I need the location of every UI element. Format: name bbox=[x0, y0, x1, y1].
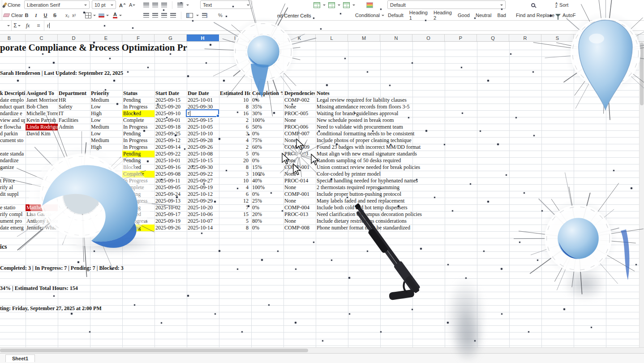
status-cell[interactable]: Pending bbox=[122, 204, 155, 211]
subscript-icon[interactable] bbox=[65, 13, 69, 18]
due-date-cell[interactable]: 2025-10-05 bbox=[188, 124, 218, 130]
autofilter-button[interactable]: AutoF bbox=[555, 11, 575, 20]
notes-cell[interactable]: Many labels faded and need replacement bbox=[317, 198, 404, 204]
notes-cell[interactable]: Missing attendance records from floors 3… bbox=[317, 104, 410, 110]
notes-cell[interactable]: 2 thermostats required reprogramming bbox=[317, 184, 399, 191]
hours-cell[interactable]: 6 bbox=[219, 124, 249, 130]
start-date-cell[interactable]: 2025-09-11 bbox=[155, 177, 186, 184]
cell-style-heading2[interactable]: Heading 2 bbox=[434, 10, 452, 21]
dependency-cell[interactable]: COMP-002 bbox=[284, 97, 315, 104]
status-cell[interactable]: Blocked bbox=[122, 211, 155, 218]
dependency-cell[interactable]: COMP-001 bbox=[284, 191, 315, 198]
notes-cell[interactable]: Random sampling of 50 desks required bbox=[317, 157, 401, 164]
notes-cell[interactable]: Include photos of proper cleaning techni… bbox=[317, 137, 412, 144]
due-date-cell[interactable]: 2025-10-06 bbox=[188, 211, 218, 218]
sheet-tab[interactable]: Sheet1 bbox=[5, 354, 35, 362]
start-date-cell[interactable]: 2025-09-13 bbox=[155, 198, 186, 204]
notes-cell[interactable]: Conditional formatting needs to be consi… bbox=[317, 130, 414, 137]
table-header[interactable]: Priority bbox=[91, 90, 121, 97]
assignee-cell[interactable]: Janet Morrison bbox=[26, 97, 58, 104]
cell-style-neutral[interactable]: Neutral bbox=[476, 13, 491, 18]
task-cell[interactable]: ndardize e bbox=[0, 110, 25, 117]
sort-button[interactable]: AZ Sort bbox=[555, 0, 568, 9]
bold-button[interactable]: B bbox=[23, 13, 30, 18]
hours-cell[interactable]: 8 bbox=[219, 164, 249, 171]
notes-cell[interactable]: Need to validate with procurement team bbox=[317, 124, 403, 130]
column-header-P[interactable]: P bbox=[445, 35, 477, 42]
cell-style-default[interactable]: Default bbox=[388, 13, 404, 18]
due-date-cell[interactable]: 2025-10-14 bbox=[188, 225, 218, 231]
due-date-cell[interactable]: 2025-09-29 bbox=[188, 198, 218, 204]
due-date-cell[interactable]: 2025-10-07 bbox=[188, 218, 218, 225]
priority-cell[interactable]: Low bbox=[91, 117, 121, 124]
task-cell[interactable]: rify compl bbox=[0, 211, 25, 218]
decrease-font-size-icon[interactable] bbox=[129, 2, 135, 8]
cell-style-heading1[interactable]: Heading 1 bbox=[409, 10, 428, 21]
column-header-T[interactable]: T bbox=[574, 35, 606, 42]
text-orientation-icon[interactable] bbox=[177, 3, 183, 8]
active-cell-editor[interactable]: r bbox=[186, 109, 219, 117]
column-header-O[interactable]: O bbox=[412, 35, 445, 42]
notes-cell[interactable]: Must align with new email signature stan… bbox=[317, 151, 417, 157]
due-date-cell[interactable]: 2025-09-26 bbox=[188, 144, 218, 151]
column-header-V[interactable]: V bbox=[638, 35, 644, 42]
column-header-F[interactable]: F bbox=[122, 35, 155, 42]
hours-cell[interactable]: 2 bbox=[219, 144, 249, 151]
completion-cell[interactable]: 0% bbox=[252, 225, 283, 231]
start-date-cell[interactable]: 2025-09-18 bbox=[155, 124, 186, 130]
search-icon[interactable] bbox=[531, 3, 535, 7]
dependency-cell[interactable]: None bbox=[284, 171, 315, 177]
column-header-I[interactable]: I bbox=[219, 35, 251, 42]
department-cell[interactable]: Facilities bbox=[59, 117, 89, 124]
task-cell[interactable]: view and up bbox=[0, 117, 25, 124]
task-cell[interactable]: d parkin bbox=[0, 130, 25, 137]
dependency-cell[interactable]: PROC-013 bbox=[284, 211, 315, 218]
notes-cell[interactable]: Waiting for brand guidelines approval bbox=[317, 110, 398, 117]
notes-cell[interactable]: Legal review required for liability clau… bbox=[317, 97, 407, 104]
start-date-cell[interactable]: 2025-09-22 bbox=[155, 151, 186, 157]
completion-cell[interactable]: 30% bbox=[252, 110, 283, 117]
priority-cell[interactable]: Medium bbox=[91, 124, 121, 130]
completion-cell[interactable]: 0% bbox=[252, 191, 283, 198]
align-middle-icon[interactable] bbox=[152, 3, 158, 8]
dependency-cell[interactable]: None bbox=[284, 184, 315, 191]
column-header-M[interactable]: M bbox=[348, 35, 380, 42]
formula-input[interactable]: r bbox=[44, 21, 644, 30]
font-color-icon[interactable] bbox=[113, 12, 117, 18]
status-cell[interactable]: Pending bbox=[122, 130, 155, 137]
start-date-cell[interactable]: 2025-09-20 bbox=[155, 104, 186, 110]
notes-cell[interactable]: New schedule posted in break room bbox=[317, 117, 394, 124]
department-cell[interactable]: IT bbox=[59, 110, 89, 117]
strikethrough-button[interactable]: S bbox=[52, 13, 58, 18]
dependency-cell[interactable]: PROC-014 bbox=[284, 177, 315, 184]
cell-style-good[interactable]: Good bbox=[458, 13, 470, 18]
status-cell[interactable]: Pending bbox=[122, 151, 155, 157]
column-header-C[interactable]: C bbox=[26, 35, 58, 42]
task-cell[interactable]: eate standa bbox=[0, 151, 25, 157]
dependency-cell[interactable]: None bbox=[284, 104, 315, 110]
delete-cells-icon[interactable] bbox=[328, 2, 335, 8]
due-date-cell[interactable]: 2025-10-15 bbox=[188, 157, 218, 164]
conditional-formatting-icon[interactable] bbox=[366, 2, 373, 8]
task-cell[interactable]: ument pro bbox=[0, 218, 25, 225]
notes-cell[interactable]: Include both cold and hot temp dispenser… bbox=[317, 204, 408, 211]
column-header-L[interactable]: L bbox=[316, 35, 348, 42]
priority-cell[interactable]: Medium bbox=[91, 137, 121, 144]
column-header-E[interactable]: E bbox=[90, 35, 122, 42]
hours-cell[interactable]: 10 bbox=[219, 97, 249, 104]
hours-cell[interactable]: 5 bbox=[219, 151, 249, 157]
start-date-cell[interactable]: 2025-10-01 bbox=[155, 157, 186, 164]
due-date-cell[interactable]: 2025-09-30 bbox=[188, 164, 218, 171]
status-cell[interactable]: Pending bbox=[122, 157, 155, 164]
completion-cell[interactable]: 60% bbox=[252, 144, 283, 151]
task-cell[interactable]: date emerg bbox=[0, 225, 25, 231]
notes-cell[interactable]: Special handling needed for hyphenated n… bbox=[317, 177, 418, 184]
assignee-cell[interactable]: Anthony Moore bbox=[26, 218, 58, 225]
dependency-cell[interactable]: COMP-001 bbox=[284, 164, 315, 171]
status-cell[interactable]: Pending bbox=[122, 191, 155, 198]
assignee-cell[interactable]: Kevin Parrish bbox=[26, 117, 58, 124]
notes-cell[interactable]: Include dietary restrictions considerati… bbox=[317, 218, 407, 225]
wrap-text-icon[interactable] bbox=[202, 13, 207, 18]
notes-cell[interactable]: Include proper button-pushing protocol bbox=[317, 191, 401, 198]
cell-style-select[interactable]: Default bbox=[387, 0, 506, 9]
